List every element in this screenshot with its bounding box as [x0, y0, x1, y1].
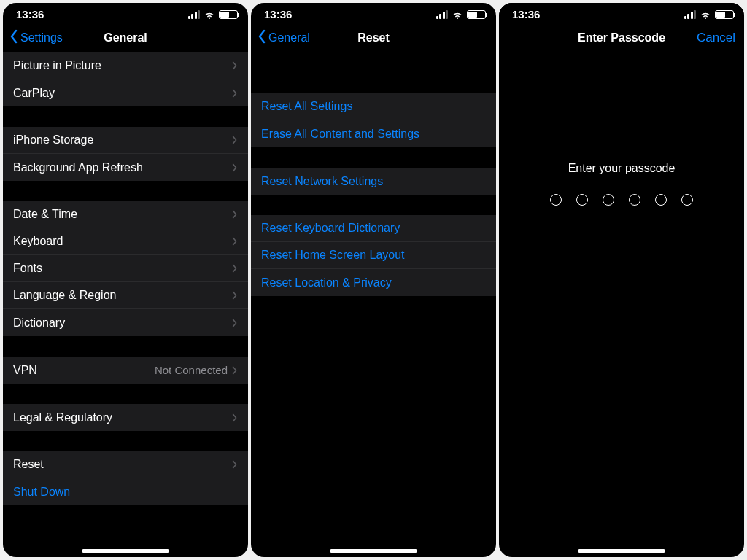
row-carplay[interactable]: CarPlay	[3, 79, 248, 106]
row-label: Reset Home Screen Layout	[261, 249, 486, 262]
row-reset-all-settings[interactable]: Reset All Settings	[251, 93, 496, 120]
status-bar: 13:36	[3, 3, 248, 23]
settings-group: Picture in PictureCarPlay	[3, 52, 248, 106]
wifi-icon	[204, 10, 215, 19]
three-panel-layout: 13:36 Settings General Picture in Pictur…	[0, 0, 747, 560]
home-indicator[interactable]	[330, 549, 417, 553]
wifi-icon	[452, 10, 463, 19]
reset-options-list[interactable]: Reset All SettingsErase All Content and …	[251, 52, 496, 557]
group-separator	[3, 181, 248, 201]
cancel-button[interactable]: Cancel	[697, 31, 735, 45]
status-indicators	[436, 10, 487, 19]
chevron-right-icon	[232, 163, 238, 173]
row-label: Legal & Regulatory	[13, 411, 232, 424]
settings-group: VPNNot Connected	[3, 357, 248, 384]
passcode-dots[interactable]	[550, 194, 693, 206]
row-vpn[interactable]: VPNNot Connected	[3, 357, 248, 384]
row-reset-keyboard-dictionary[interactable]: Reset Keyboard Dictionary	[251, 215, 496, 242]
chevron-right-icon	[232, 365, 238, 376]
group-separator	[251, 73, 496, 93]
chevron-right-icon	[232, 236, 238, 246]
row-background-app-refresh[interactable]: Background App Refresh	[3, 154, 248, 181]
passcode-dot	[603, 194, 614, 206]
row-label: Picture in Picture	[13, 59, 232, 72]
passcode-dot	[550, 194, 562, 206]
row-label: Reset Keyboard Dictionary	[261, 222, 486, 235]
row-reset-home-screen-layout[interactable]: Reset Home Screen Layout	[251, 242, 496, 269]
row-date-time[interactable]: Date & Time	[3, 201, 248, 228]
row-label: Erase All Content and Settings	[261, 128, 486, 141]
home-indicator[interactable]	[578, 549, 665, 553]
chevron-right-icon	[232, 209, 238, 219]
cellular-signal-icon	[684, 10, 697, 19]
phone-panel-passcode: 13:36 Enter Passcode Cancel Enter your p…	[499, 3, 744, 557]
group-separator	[3, 106, 248, 127]
row-label: Reset Network Settings	[261, 175, 486, 188]
chevron-right-icon	[232, 290, 238, 300]
back-label: Settings	[20, 31, 63, 44]
passcode-entry-area: Enter your passcode	[499, 52, 744, 557]
nav-bar: Enter Passcode Cancel	[499, 23, 744, 52]
row-dictionary[interactable]: Dictionary	[3, 309, 248, 336]
passcode-dot	[629, 194, 640, 206]
status-bar: 13:36	[251, 3, 496, 23]
row-reset-network-settings[interactable]: Reset Network Settings	[251, 168, 496, 195]
group-separator	[3, 384, 248, 404]
group-separator	[251, 147, 496, 168]
row-erase-all-content-and-settings[interactable]: Erase All Content and Settings	[251, 120, 496, 147]
settings-group: Reset All SettingsErase All Content and …	[251, 93, 496, 147]
status-time: 13:36	[16, 8, 44, 20]
settings-group: Reset Network Settings	[251, 168, 496, 195]
row-reset-location-privacy[interactable]: Reset Location & Privacy	[251, 269, 496, 296]
row-label: Reset Location & Privacy	[261, 276, 486, 289]
row-fonts[interactable]: Fonts	[3, 255, 248, 282]
battery-icon	[715, 10, 734, 19]
group-separator	[251, 195, 496, 215]
settings-group: Legal & Regulatory	[3, 404, 248, 431]
row-language-region[interactable]: Language & Region	[3, 282, 248, 309]
back-button-settings[interactable]: Settings	[9, 29, 63, 47]
row-label: Background App Refresh	[13, 161, 232, 174]
row-detail: Not Connected	[155, 364, 228, 376]
row-shut-down[interactable]: Shut Down	[3, 478, 248, 505]
row-picture-in-picture[interactable]: Picture in Picture	[3, 52, 248, 79]
chevron-right-icon	[232, 318, 238, 328]
status-bar: 13:36	[499, 3, 744, 23]
passcode-dot	[655, 194, 667, 206]
cellular-signal-icon	[188, 10, 201, 19]
row-label: Date & Time	[13, 208, 232, 221]
battery-icon	[467, 10, 486, 19]
row-label: Keyboard	[13, 235, 232, 248]
settings-group: Reset Keyboard DictionaryReset Home Scre…	[251, 215, 496, 296]
row-legal-regulatory[interactable]: Legal & Regulatory	[3, 404, 248, 431]
back-button-general[interactable]: General	[257, 29, 310, 47]
general-settings-list[interactable]: Picture in PictureCarPlayiPhone StorageB…	[3, 52, 248, 557]
settings-group: ResetShut Down	[3, 451, 248, 505]
phone-panel-general: 13:36 Settings General Picture in Pictur…	[3, 3, 248, 557]
row-keyboard[interactable]: Keyboard	[3, 228, 248, 255]
group-separator	[3, 336, 248, 357]
passcode-prompt: Enter your passcode	[568, 162, 676, 175]
chevron-right-icon	[232, 88, 238, 98]
row-label: VPN	[13, 364, 155, 377]
row-reset[interactable]: Reset	[3, 451, 248, 478]
chevron-left-icon	[257, 29, 267, 47]
chevron-right-icon	[232, 263, 238, 273]
wifi-icon	[700, 10, 711, 19]
chevron-right-icon	[232, 413, 238, 423]
passcode-dot	[576, 194, 588, 206]
group-separator	[3, 431, 248, 451]
chevron-right-icon	[232, 135, 238, 145]
row-iphone-storage[interactable]: iPhone Storage	[3, 127, 248, 154]
row-label: Fonts	[13, 262, 232, 275]
passcode-dot	[681, 194, 693, 206]
status-time: 13:36	[512, 8, 540, 20]
status-indicators	[684, 10, 735, 19]
row-label: Shut Down	[13, 486, 238, 499]
status-time: 13:36	[264, 8, 292, 20]
home-indicator[interactable]	[82, 549, 169, 553]
nav-bar: General Reset	[251, 23, 496, 52]
row-label: Dictionary	[13, 316, 232, 330]
phone-panel-reset: 13:36 General Reset Reset All SettingsEr…	[251, 3, 496, 557]
settings-group: Date & TimeKeyboardFontsLanguage & Regio…	[3, 201, 248, 336]
